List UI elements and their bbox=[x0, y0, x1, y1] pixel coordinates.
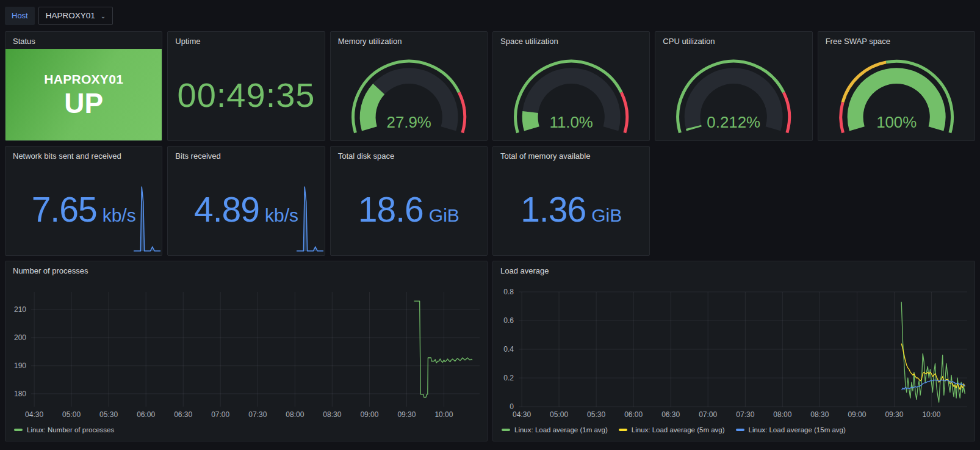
svg-text:09:00: 09:00 bbox=[848, 410, 866, 419]
panel-number-of-processes: Number of processes 18019020021004:3005:… bbox=[5, 261, 488, 441]
svg-text:0.212%: 0.212% bbox=[707, 114, 761, 131]
svg-text:06:00: 06:00 bbox=[137, 410, 155, 419]
svg-text:05:30: 05:30 bbox=[99, 410, 118, 419]
svg-text:06:30: 06:30 bbox=[661, 410, 680, 419]
panel-status: Status HAPROXY01 UP bbox=[5, 31, 162, 141]
panel-title-cpu-utilization[interactable]: CPU utilization bbox=[655, 32, 812, 46]
svg-text:210: 210 bbox=[14, 305, 26, 314]
legend-swatch bbox=[619, 429, 627, 431]
svg-text:06:30: 06:30 bbox=[174, 410, 192, 419]
panel-total-disk-space: Total disk space 18.6 GiB bbox=[330, 146, 488, 256]
panel-cpu-utilization: CPU utilization 0.212% bbox=[655, 31, 812, 141]
panel-title-total-memory[interactable]: Total of memory available bbox=[493, 147, 649, 161]
space-utilization-gauge: 11.0% bbox=[493, 49, 649, 140]
svg-text:06:00: 06:00 bbox=[624, 410, 643, 419]
panel-title-space-utilization[interactable]: Space utilization bbox=[493, 32, 649, 46]
legend-item-load-15m[interactable]: Linux: Load average (15m avg) bbox=[736, 426, 846, 434]
total-memory-stat: 1.36 GiB bbox=[521, 189, 622, 230]
status-host-label: HAPROXY01 bbox=[44, 72, 123, 87]
svg-text:100%: 100% bbox=[876, 114, 917, 131]
stat-value: 4.89 bbox=[194, 189, 259, 230]
svg-text:0.6: 0.6 bbox=[503, 316, 514, 325]
legend-swatch bbox=[502, 429, 510, 431]
svg-text:180: 180 bbox=[14, 390, 26, 398]
stat-value: 18.6 bbox=[358, 189, 423, 230]
panel-title-network-bits[interactable]: Network bits sent and received bbox=[5, 147, 162, 161]
host-variable-value: HAPROXY01 bbox=[46, 11, 95, 20]
svg-text:08:30: 08:30 bbox=[810, 410, 829, 419]
panel-memory-utilization: Memory utilization 27.9% bbox=[330, 31, 488, 141]
variable-label-host: Host bbox=[5, 7, 35, 25]
stat-unit: GiB bbox=[591, 205, 622, 226]
svg-text:05:30: 05:30 bbox=[587, 410, 605, 419]
stat-unit: kb/s bbox=[103, 205, 136, 226]
panel-uptime: Uptime 00:49:35 bbox=[167, 31, 325, 141]
panel-network-bits: Network bits sent and received 7.65 kb/s bbox=[5, 146, 162, 256]
svg-text:0.2: 0.2 bbox=[503, 374, 514, 382]
panel-total-memory: Total of memory available 1.36 GiB bbox=[492, 146, 650, 256]
panel-space-utilization: Space utilization 11.0% bbox=[492, 31, 650, 141]
network-bits-stat: 7.65 kb/s bbox=[32, 189, 136, 230]
panel-title-load-average[interactable]: Load average bbox=[493, 261, 975, 275]
memory-utilization-gauge: 27.9% bbox=[331, 49, 487, 140]
total-disk-stat: 18.6 GiB bbox=[358, 189, 459, 230]
svg-text:04:30: 04:30 bbox=[25, 410, 43, 419]
legend-swatch bbox=[736, 429, 744, 431]
svg-text:200: 200 bbox=[14, 333, 26, 342]
svg-text:190: 190 bbox=[14, 361, 26, 370]
load-average-legend: Linux: Load average (1m avg) Linux: Load… bbox=[493, 424, 975, 434]
processes-legend: Linux: Number of processes bbox=[5, 424, 487, 434]
svg-text:07:00: 07:00 bbox=[699, 410, 717, 419]
svg-text:07:30: 07:30 bbox=[736, 410, 754, 419]
panel-load-average: Load average 00.20.40.60.804:3005:0005:3… bbox=[492, 261, 975, 441]
stat-value: 1.36 bbox=[521, 189, 586, 230]
uptime-value: 00:49:35 bbox=[178, 75, 315, 115]
status-state-value: UP bbox=[64, 89, 103, 117]
svg-text:0: 0 bbox=[510, 402, 514, 411]
panel-title-total-disk-space[interactable]: Total disk space bbox=[331, 147, 487, 161]
svg-text:0.8: 0.8 bbox=[503, 288, 514, 296]
svg-text:11.0%: 11.0% bbox=[550, 114, 593, 131]
stat-unit: kb/s bbox=[265, 205, 298, 226]
dashboard-grid: Status HAPROXY01 UP Uptime 00:49:35 Memo… bbox=[0, 31, 980, 441]
svg-text:0.4: 0.4 bbox=[503, 345, 514, 354]
panel-title-bits-received[interactable]: Bits received bbox=[168, 147, 324, 161]
panel-bits-received: Bits received 4.89 kb/s bbox=[167, 146, 325, 256]
panel-free-swap: Free SWAP space 100% bbox=[818, 31, 975, 141]
svg-text:09:30: 09:30 bbox=[397, 410, 416, 419]
stat-unit: GiB bbox=[429, 205, 459, 226]
chevron-down-icon: ⌄ bbox=[101, 13, 106, 20]
legend-item-processes[interactable]: Linux: Number of processes bbox=[14, 426, 114, 434]
svg-text:27.9%: 27.9% bbox=[386, 114, 431, 131]
svg-text:07:30: 07:30 bbox=[248, 410, 267, 419]
panel-title-status[interactable]: Status bbox=[5, 32, 162, 46]
panel-title-uptime[interactable]: Uptime bbox=[168, 32, 324, 46]
free-swap-gauge: 100% bbox=[818, 49, 975, 140]
bits-received-sparkline bbox=[296, 180, 324, 255]
legend-item-load-1m[interactable]: Linux: Load average (1m avg) bbox=[502, 426, 608, 434]
svg-text:05:00: 05:00 bbox=[550, 410, 568, 419]
number-of-processes-chart[interactable]: 18019020021004:3005:0005:3006:0006:3007:… bbox=[5, 275, 487, 424]
legend-swatch bbox=[14, 429, 23, 431]
bits-received-stat: 4.89 kb/s bbox=[194, 189, 298, 230]
dashboard-topbar: Host HAPROXY01 ⌄ bbox=[0, 0, 980, 31]
panel-title-free-swap[interactable]: Free SWAP space bbox=[818, 32, 975, 46]
host-variable-dropdown[interactable]: HAPROXY01 ⌄ bbox=[38, 7, 113, 25]
panel-title-memory-utilization[interactable]: Memory utilization bbox=[331, 32, 487, 46]
legend-item-load-5m[interactable]: Linux: Load average (5m avg) bbox=[619, 426, 725, 434]
svg-text:09:30: 09:30 bbox=[885, 410, 903, 419]
panel-title-number-of-processes[interactable]: Number of processes bbox=[5, 261, 487, 275]
svg-text:05:00: 05:00 bbox=[62, 410, 81, 419]
network-bits-sparkline bbox=[133, 180, 161, 255]
cpu-utilization-gauge: 0.212% bbox=[655, 49, 812, 140]
svg-text:07:00: 07:00 bbox=[211, 410, 229, 419]
load-average-chart[interactable]: 00.20.40.60.804:3005:0005:3006:0006:3007… bbox=[493, 275, 975, 424]
svg-text:08:00: 08:00 bbox=[773, 410, 791, 419]
svg-text:08:30: 08:30 bbox=[323, 410, 341, 419]
status-indicator: HAPROXY01 UP bbox=[5, 49, 162, 140]
svg-text:04:30: 04:30 bbox=[513, 410, 531, 419]
svg-text:09:00: 09:00 bbox=[360, 410, 378, 419]
svg-text:08:00: 08:00 bbox=[286, 410, 304, 419]
svg-text:10:00: 10:00 bbox=[434, 410, 453, 419]
stat-value: 7.65 bbox=[32, 189, 97, 230]
